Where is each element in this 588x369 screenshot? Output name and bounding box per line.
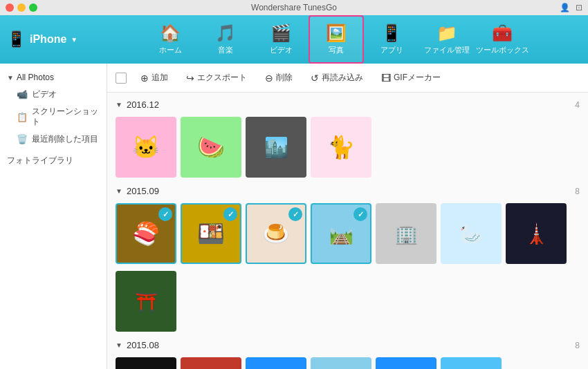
date-arrow-icon-3: ▼ — [116, 341, 122, 349]
nav-apps[interactable]: 📱 アプリ — [364, 15, 419, 64]
filemanager-icon: 📁 — [437, 23, 457, 43]
date-header-2015-09: ▼ 2015.09 8 — [116, 184, 580, 198]
nav-toolbox[interactable]: 🧰 ツールボックス — [475, 15, 530, 64]
selection-badge: ✓ — [288, 207, 302, 221]
photo-thumb[interactable]: ✓ — [311, 203, 371, 264]
add-icon: ⊕ — [140, 73, 149, 84]
sidebar-item-video[interactable]: 📹 ビデオ — [0, 86, 107, 103]
photo-thumb[interactable]: ✓ — [116, 203, 176, 264]
photo-thumb[interactable] — [116, 357, 176, 369]
select-all-checkbox[interactable] — [116, 73, 127, 84]
iphone-icon: 📱 — [7, 30, 26, 48]
photo-thumb[interactable] — [181, 117, 241, 178]
nav-music-label: 音楽 — [218, 45, 233, 55]
nav-photos[interactable]: 🖼️ 写真 — [309, 15, 364, 64]
video-nav-icon: 🎬 — [270, 23, 291, 43]
photo-thumb[interactable] — [246, 117, 306, 178]
date-count-2015-08: 8 — [575, 341, 580, 350]
nav-items: 🏠 ホーム 🎵 音楽 🎬 ビデオ 🖼️ 写真 📱 アプリ 📁 ファイル管理 🧰 … — [91, 15, 581, 64]
sidebar-library[interactable]: フォトライブラリ — [0, 151, 107, 171]
add-button[interactable]: ⊕ 追加 — [136, 70, 172, 86]
photo-thumb[interactable] — [441, 203, 502, 264]
video-sidebar-icon: 📹 — [17, 89, 28, 100]
nav-home-label: ホーム — [159, 45, 182, 55]
device-name: iPhone — [30, 33, 66, 46]
selection-badge: ✓ — [353, 207, 367, 221]
reload-label: 再読み込み — [322, 72, 363, 84]
gif-icon: 🎞 — [381, 73, 391, 84]
date-header-2016-12: ▼ 2016.12 4 — [116, 98, 580, 111]
photo-grid-2015-08 — [116, 357, 580, 369]
photo-thumb[interactable] — [246, 357, 306, 369]
close-button[interactable] — [6, 3, 14, 12]
sidebar: ▼ All Photos 📹 ビデオ 📋 スクリーンショット 🗑️ 最近削除した… — [0, 64, 107, 369]
reload-icon: ↺ — [311, 73, 319, 84]
add-label: 追加 — [151, 72, 168, 84]
minimize-button[interactable] — [17, 3, 26, 12]
gif-label: GIFメーカー — [394, 72, 441, 84]
photo-thumb[interactable] — [116, 271, 176, 332]
traffic-lights — [6, 3, 37, 12]
date-count-2015-09: 8 — [575, 187, 580, 196]
photo-thumb[interactable] — [376, 203, 437, 264]
trash-icon: 🗑️ — [17, 134, 28, 144]
photo-thumb[interactable] — [506, 203, 567, 264]
delete-button[interactable]: ⊖ 削除 — [261, 70, 297, 86]
section-2015-09-extra — [116, 271, 580, 332]
main-layout: ▼ All Photos 📹 ビデオ 📋 スクリーンショット 🗑️ 最近削除した… — [0, 64, 588, 369]
date-arrow-icon-2: ▼ — [116, 187, 122, 195]
app-title: Wondershare TunesGo — [251, 3, 337, 12]
photo-thumb[interactable] — [376, 357, 437, 369]
selection-badge: ✓ — [223, 207, 237, 221]
sidebar-deleted-label: 最近削除した項目 — [32, 134, 98, 144]
photos-icon: 🖼️ — [326, 23, 347, 43]
sidebar-section-all-photos[interactable]: ▼ All Photos — [0, 69, 107, 86]
photo-thumb[interactable]: ✓ — [246, 203, 306, 264]
nav-home[interactable]: 🏠 ホーム — [143, 15, 198, 64]
screenshot-icon: 📋 — [17, 112, 28, 122]
photo-grid-2015-09: ✓ ✓ ✓ ✓ — [116, 203, 580, 264]
gif-button[interactable]: 🎞 GIFメーカー — [377, 70, 445, 86]
date-label-2015-09: 2015.09 — [127, 186, 159, 196]
apps-icon: 📱 — [381, 23, 402, 43]
music-icon: 🎵 — [215, 23, 236, 43]
sidebar-screenshot-label: スクリーンショット — [32, 106, 100, 127]
delete-label: 削除 — [276, 72, 293, 84]
nav-filemanager[interactable]: 📁 ファイル管理 — [419, 15, 475, 64]
photo-thumb[interactable] — [116, 117, 176, 178]
photo-thumb[interactable] — [311, 357, 371, 369]
selection-badge: ✓ — [158, 207, 172, 221]
delete-icon: ⊖ — [265, 73, 273, 84]
maximize-button[interactable] — [29, 3, 37, 12]
photo-thumb[interactable] — [181, 357, 241, 369]
photo-thumb[interactable] — [311, 117, 371, 178]
titlebar: Wondershare TunesGo 👤 ⊡ — [0, 0, 588, 15]
home-icon: 🏠 — [160, 23, 181, 43]
dropdown-arrow-icon: ▼ — [71, 36, 77, 44]
date-label-2015-08: 2015.08 — [127, 340, 159, 350]
nav-filemanager-label: ファイル管理 — [424, 45, 470, 55]
export-button[interactable]: ↪ エクスポート — [182, 70, 251, 86]
nav-video[interactable]: 🎬 ビデオ — [253, 15, 309, 64]
sidebar-all-photos-label: All Photos — [17, 73, 54, 82]
expand-icon: ⊡ — [576, 3, 582, 12]
section-arrow-icon: ▼ — [7, 74, 14, 82]
export-label: エクスポート — [197, 72, 247, 84]
nav-music[interactable]: 🎵 音楽 — [198, 15, 253, 64]
section-2016-12: ▼ 2016.12 4 — [116, 98, 580, 178]
photo-content: ▼ 2016.12 4 ▼ 2015.09 8 — [107, 93, 588, 369]
sidebar-video-label: ビデオ — [32, 89, 57, 100]
sidebar-item-deleted[interactable]: 🗑️ 最近削除した項目 — [0, 131, 107, 148]
date-count-2016-12: 4 — [575, 100, 580, 110]
export-icon: ↪ — [186, 73, 194, 84]
photo-thumb[interactable]: ✓ — [181, 203, 241, 264]
photo-grid-extra — [116, 271, 580, 332]
reload-button[interactable]: ↺ 再読み込み — [306, 70, 367, 86]
date-header-2015-08: ▼ 2015.08 8 — [116, 339, 580, 352]
device-selector[interactable]: 📱 iPhone ▼ — [7, 30, 77, 48]
sidebar-item-screenshot[interactable]: 📋 スクリーンショット — [0, 103, 107, 131]
nav-video-label: ビデオ — [270, 45, 293, 55]
nav-photos-label: 写真 — [329, 45, 344, 55]
photo-thumb[interactable] — [441, 357, 502, 369]
content-toolbar: ⊕ 追加 ↪ エクスポート ⊖ 削除 ↺ 再読み込み 🎞 GIFメーカー — [107, 64, 588, 93]
